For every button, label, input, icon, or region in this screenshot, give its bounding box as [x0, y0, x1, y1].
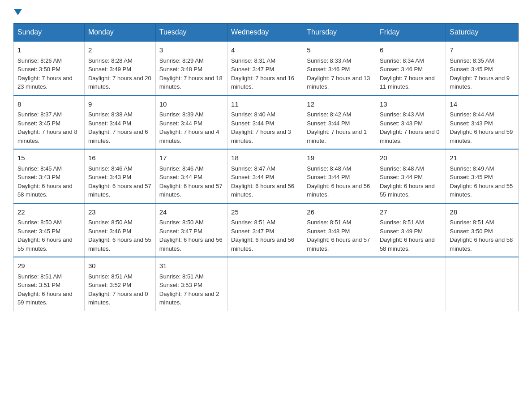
day-sunrise: Sunrise: 8:50 AM: [17, 219, 62, 226]
day-sunset: Sunset: 3:50 PM: [17, 66, 60, 73]
day-daylight: Daylight: 7 hours and 16 minutes.: [231, 75, 294, 90]
day-daylight: Daylight: 6 hours and 56 minutes.: [231, 183, 294, 198]
day-sunrise: Sunrise: 8:51 AM: [380, 219, 424, 226]
day-daylight: Daylight: 7 hours and 0 minutes.: [380, 128, 440, 144]
calendar-cell: 22 Sunrise: 8:50 AM Sunset: 3:45 PM Dayl…: [14, 203, 85, 257]
day-sunrise: Sunrise: 8:51 AM: [450, 219, 494, 226]
calendar-week-row: 22 Sunrise: 8:50 AM Sunset: 3:45 PM Dayl…: [14, 203, 519, 257]
day-sunset: Sunset: 3:44 PM: [159, 174, 202, 180]
day-sunset: Sunset: 3:46 PM: [88, 228, 131, 235]
calendar-cell: 3 Sunrise: 8:29 AM Sunset: 3:48 PM Dayli…: [155, 41, 227, 95]
day-daylight: Daylight: 6 hours and 56 minutes.: [307, 183, 370, 198]
day-daylight: Daylight: 7 hours and 11 minutes.: [380, 75, 435, 90]
day-number: 17: [159, 153, 223, 163]
page-header: [13, 9, 519, 14]
day-daylight: Daylight: 6 hours and 57 minutes.: [307, 236, 370, 252]
calendar-cell: 15 Sunrise: 8:45 AM Sunset: 3:43 PM Dayl…: [14, 149, 85, 203]
day-sunrise: Sunrise: 8:44 AM: [450, 111, 494, 118]
day-sunrise: Sunrise: 8:28 AM: [88, 57, 133, 64]
calendar-week-row: 8 Sunrise: 8:37 AM Sunset: 3:45 PM Dayli…: [14, 95, 519, 150]
day-sunrise: Sunrise: 8:29 AM: [159, 57, 204, 64]
col-header-sunday: Sunday: [14, 24, 85, 42]
day-daylight: Daylight: 6 hours and 55 minutes.: [450, 183, 513, 198]
calendar-cell: 19 Sunrise: 8:48 AM Sunset: 3:44 PM Dayl…: [303, 149, 376, 203]
day-sunset: Sunset: 3:45 PM: [17, 228, 60, 235]
logo-triangle: [14, 9, 22, 15]
day-sunset: Sunset: 3:49 PM: [380, 228, 423, 235]
calendar-cell: 10 Sunrise: 8:39 AM Sunset: 3:44 PM Dayl…: [155, 95, 227, 150]
day-sunrise: Sunrise: 8:33 AM: [307, 57, 351, 64]
day-daylight: Daylight: 6 hours and 56 minutes.: [231, 236, 294, 252]
day-sunset: Sunset: 3:44 PM: [231, 120, 274, 127]
day-daylight: Daylight: 7 hours and 13 minutes.: [307, 75, 370, 90]
calendar-cell: 9 Sunrise: 8:38 AM Sunset: 3:44 PM Dayli…: [84, 95, 155, 150]
calendar-table: SundayMondayTuesdayWednesdayThursdayFrid…: [13, 23, 519, 311]
calendar-cell: 28 Sunrise: 8:51 AM Sunset: 3:50 PM Dayl…: [446, 203, 519, 257]
day-sunset: Sunset: 3:45 PM: [450, 66, 493, 73]
day-sunset: Sunset: 3:48 PM: [159, 66, 202, 73]
day-sunrise: Sunrise: 8:39 AM: [159, 111, 204, 118]
day-daylight: Daylight: 7 hours and 18 minutes.: [159, 75, 223, 90]
day-daylight: Daylight: 7 hours and 1 minute.: [307, 128, 367, 144]
day-number: 9: [88, 99, 152, 110]
day-number: 24: [159, 207, 223, 218]
calendar-cell: 26 Sunrise: 8:51 AM Sunset: 3:48 PM Dayl…: [303, 203, 376, 257]
day-number: 12: [307, 99, 372, 110]
day-sunrise: Sunrise: 8:51 AM: [159, 273, 204, 280]
day-daylight: Daylight: 7 hours and 4 minutes.: [159, 128, 219, 144]
calendar-cell: 8 Sunrise: 8:37 AM Sunset: 3:45 PM Dayli…: [14, 95, 85, 150]
calendar-cell: 24 Sunrise: 8:50 AM Sunset: 3:47 PM Dayl…: [155, 203, 227, 257]
day-sunrise: Sunrise: 8:51 AM: [307, 219, 351, 226]
day-number: 25: [231, 207, 299, 218]
day-sunset: Sunset: 3:48 PM: [307, 228, 350, 235]
calendar-cell: [303, 257, 376, 311]
day-sunrise: Sunrise: 8:38 AM: [88, 111, 133, 118]
day-daylight: Daylight: 7 hours and 9 minutes.: [450, 75, 510, 90]
col-header-wednesday: Wednesday: [227, 24, 303, 42]
day-number: 11: [231, 99, 299, 110]
day-sunrise: Sunrise: 8:46 AM: [159, 165, 204, 172]
calendar-cell: 27 Sunrise: 8:51 AM Sunset: 3:49 PM Dayl…: [376, 203, 446, 257]
day-number: 19: [307, 153, 372, 163]
day-sunrise: Sunrise: 8:51 AM: [17, 273, 62, 280]
day-sunset: Sunset: 3:44 PM: [88, 120, 131, 127]
day-sunset: Sunset: 3:43 PM: [17, 174, 60, 180]
day-daylight: Daylight: 6 hours and 57 minutes.: [159, 183, 223, 198]
day-daylight: Daylight: 6 hours and 56 minutes.: [159, 236, 223, 252]
day-number: 5: [307, 45, 372, 56]
calendar-cell: 21 Sunrise: 8:49 AM Sunset: 3:45 PM Dayl…: [446, 149, 519, 203]
logo: [13, 9, 22, 14]
day-number: 13: [380, 99, 442, 110]
day-number: 18: [231, 153, 299, 163]
day-sunrise: Sunrise: 8:51 AM: [88, 273, 133, 280]
day-daylight: Daylight: 7 hours and 6 minutes.: [88, 128, 148, 144]
day-daylight: Daylight: 7 hours and 3 minutes.: [231, 128, 291, 144]
day-daylight: Daylight: 7 hours and 20 minutes.: [88, 75, 151, 90]
calendar-cell: 13 Sunrise: 8:43 AM Sunset: 3:43 PM Dayl…: [376, 95, 446, 150]
calendar-cell: 14 Sunrise: 8:44 AM Sunset: 3:43 PM Dayl…: [446, 95, 519, 150]
day-sunset: Sunset: 3:49 PM: [88, 66, 131, 73]
day-daylight: Daylight: 6 hours and 55 minutes.: [88, 236, 151, 252]
day-number: 28: [450, 207, 515, 218]
day-sunrise: Sunrise: 8:48 AM: [307, 165, 351, 172]
day-number: 30: [88, 261, 152, 271]
calendar-cell: 12 Sunrise: 8:42 AM Sunset: 3:44 PM Dayl…: [303, 95, 376, 150]
day-daylight: Daylight: 6 hours and 58 minutes.: [380, 236, 435, 252]
calendar-week-row: 1 Sunrise: 8:26 AM Sunset: 3:50 PM Dayli…: [14, 41, 519, 95]
day-sunset: Sunset: 3:43 PM: [450, 120, 493, 127]
calendar-cell: [227, 257, 303, 311]
day-daylight: Daylight: 7 hours and 8 minutes.: [17, 128, 77, 144]
day-sunset: Sunset: 3:47 PM: [159, 228, 202, 235]
day-daylight: Daylight: 6 hours and 57 minutes.: [88, 183, 151, 198]
col-header-tuesday: Tuesday: [155, 24, 227, 42]
day-sunset: Sunset: 3:43 PM: [380, 120, 423, 127]
calendar-week-row: 29 Sunrise: 8:51 AM Sunset: 3:51 PM Dayl…: [14, 257, 519, 311]
day-number: 2: [88, 45, 152, 56]
day-number: 20: [380, 153, 442, 163]
calendar-cell: 11 Sunrise: 8:40 AM Sunset: 3:44 PM Dayl…: [227, 95, 303, 150]
day-number: 26: [307, 207, 372, 218]
day-daylight: Daylight: 7 hours and 23 minutes.: [17, 75, 73, 90]
calendar-header-row: SundayMondayTuesdayWednesdayThursdayFrid…: [14, 24, 519, 42]
calendar-cell: 18 Sunrise: 8:47 AM Sunset: 3:44 PM Dayl…: [227, 149, 303, 203]
day-sunrise: Sunrise: 8:49 AM: [450, 165, 494, 172]
